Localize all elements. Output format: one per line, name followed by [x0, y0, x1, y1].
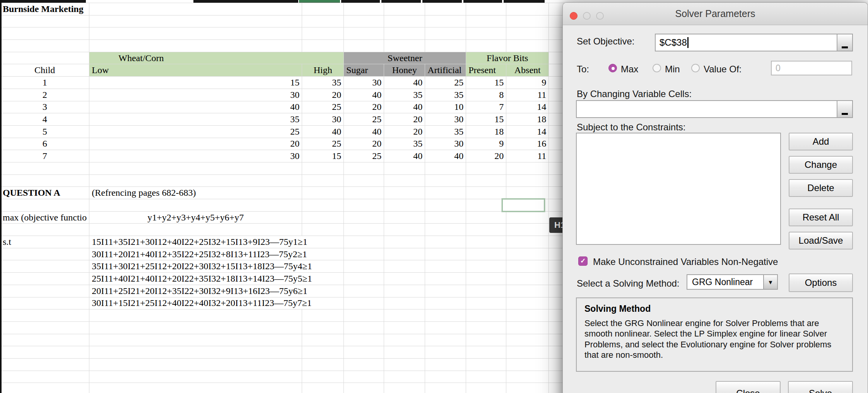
sheet-cell[interactable] — [302, 358, 344, 371]
by-changing-cells-input[interactable] — [576, 100, 853, 118]
sheet-cell[interactable] — [425, 285, 466, 297]
sheet-cell[interactable] — [0, 309, 89, 322]
close-button[interactable]: Close — [716, 381, 781, 393]
change-button[interactable]: Change — [789, 156, 853, 174]
group-header-sweetner[interactable]: Sweetner — [344, 52, 466, 64]
data-cell[interactable]: 10 — [425, 101, 466, 113]
radio-min-label[interactable]: Min — [665, 64, 680, 75]
data-cell[interactable]: 18 — [506, 113, 549, 126]
sheet-cell[interactable] — [344, 40, 384, 52]
sheet-cell[interactable] — [506, 3, 549, 15]
sheet-cell[interactable] — [506, 174, 549, 187]
data-cell[interactable]: 14 — [506, 125, 549, 138]
data-cell[interactable]: 40 — [425, 150, 466, 162]
sheet-cell[interactable] — [384, 211, 425, 224]
sheet-cell[interactable] — [0, 273, 89, 285]
question-label-cell[interactable]: QUESTION A — [0, 187, 89, 199]
sheet-cell[interactable] — [466, 273, 506, 285]
sheet-cell[interactable] — [344, 236, 384, 248]
sheet-cell[interactable] — [466, 260, 506, 273]
data-cell[interactable]: 40 — [302, 125, 344, 138]
sheet-title-cell[interactable]: Burnside Marketing — [0, 3, 89, 15]
sheet-cell[interactable] — [89, 358, 302, 371]
sheet-cell[interactable] — [0, 15, 89, 27]
child-number-cell[interactable]: 6 — [0, 138, 89, 150]
objective-label-cell[interactable]: max (objective functio — [0, 211, 89, 224]
data-cell[interactable]: 15 — [89, 77, 302, 89]
sheet-cell[interactable] — [506, 358, 549, 371]
sheet-cell[interactable] — [302, 162, 344, 174]
sheet-cell[interactable] — [466, 248, 506, 260]
sheet-cell[interactable] — [344, 383, 384, 393]
data-cell[interactable]: 20 — [89, 138, 302, 150]
sheet-cell[interactable] — [425, 224, 466, 236]
data-cell[interactable]: 30 — [425, 113, 466, 126]
radio-value-of-label[interactable]: Value Of: — [704, 64, 742, 75]
header-honey[interactable]: Honey — [384, 64, 425, 77]
sheet-cell[interactable] — [0, 383, 89, 393]
sheet-cell[interactable] — [89, 346, 302, 359]
data-cell[interactable]: 20 — [384, 113, 425, 126]
sheet-cell[interactable] — [506, 321, 549, 334]
sheet-cell[interactable] — [384, 199, 425, 212]
group-header-flavor-bits[interactable]: Flavor Bits — [466, 52, 549, 64]
sheet-cell[interactable] — [506, 383, 549, 393]
st-label-cell[interactable]: s.t — [0, 236, 89, 248]
data-cell[interactable]: 15 — [302, 150, 344, 162]
data-cell[interactable]: 30 — [425, 138, 466, 150]
sheet-cell[interactable] — [466, 15, 506, 27]
sheet-cell[interactable] — [89, 40, 302, 52]
child-number-cell[interactable]: 7 — [0, 150, 89, 162]
sheet-cell[interactable] — [89, 15, 302, 27]
sheet-cell[interactable] — [89, 371, 302, 383]
sheet-cell[interactable] — [302, 27, 344, 40]
data-cell[interactable]: 25 — [425, 77, 466, 89]
sheet-cell[interactable] — [466, 199, 506, 212]
sheet-cell[interactable] — [466, 211, 506, 224]
sheet-cell[interactable] — [344, 187, 384, 199]
sheet-cell[interactable] — [506, 297, 549, 309]
data-cell[interactable]: 25 — [344, 113, 384, 126]
add-button[interactable]: Add — [789, 133, 853, 150]
radio-max-label[interactable]: Max — [621, 64, 638, 75]
sheet-cell[interactable] — [506, 211, 549, 224]
sheet-cell[interactable] — [344, 346, 384, 359]
data-cell[interactable]: 35 — [302, 77, 344, 89]
sheet-cell[interactable] — [0, 334, 89, 346]
sheet-cell[interactable] — [425, 3, 466, 15]
sheet-cell[interactable] — [89, 334, 302, 346]
sheet-cell[interactable] — [506, 162, 549, 174]
sheet-cell[interactable] — [302, 346, 344, 359]
non-negative-checkbox-label[interactable]: Make Unconstrained Variables Non-Negativ… — [593, 256, 778, 267]
sheet-cell[interactable] — [0, 27, 89, 40]
data-cell[interactable]: 35 — [425, 89, 466, 101]
data-cell[interactable]: 40 — [384, 150, 425, 162]
sheet-cell[interactable] — [89, 309, 302, 322]
data-cell[interactable]: 35 — [425, 125, 466, 138]
child-number-cell[interactable]: 4 — [0, 113, 89, 126]
sheet-cell[interactable] — [0, 297, 89, 309]
sheet-cell[interactable] — [0, 162, 89, 174]
data-cell[interactable]: 7 — [466, 101, 506, 113]
data-cell[interactable]: 40 — [384, 77, 425, 89]
sheet-cell[interactable] — [0, 224, 89, 236]
sheet-cell[interactable] — [466, 236, 506, 248]
header-present[interactable]: Present — [466, 64, 506, 77]
sheet-cell[interactable] — [425, 15, 466, 27]
sheet-cell[interactable] — [506, 224, 549, 236]
solving-method-dropdown[interactable]: GRG Nonlinear ▼ — [687, 274, 778, 290]
data-cell[interactable]: 25 — [344, 150, 384, 162]
data-cell[interactable]: 11 — [506, 150, 549, 162]
data-cell[interactable]: 9 — [466, 138, 506, 150]
data-cell[interactable]: 15 — [466, 113, 506, 126]
sheet-cell[interactable] — [506, 285, 549, 297]
sheet-cell[interactable] — [384, 3, 425, 15]
sheet-cell[interactable] — [425, 174, 466, 187]
sheet-cell[interactable] — [302, 3, 344, 15]
sheet-cell[interactable] — [302, 224, 344, 236]
constraint-cell[interactable]: 25I11+40I21+40I12+20I22+35I32+18I13+14I2… — [89, 273, 344, 285]
sheet-cell[interactable] — [344, 309, 384, 322]
sheet-cell[interactable] — [506, 273, 549, 285]
sheet-cell[interactable] — [0, 199, 89, 212]
sheet-cell[interactable] — [89, 3, 302, 15]
